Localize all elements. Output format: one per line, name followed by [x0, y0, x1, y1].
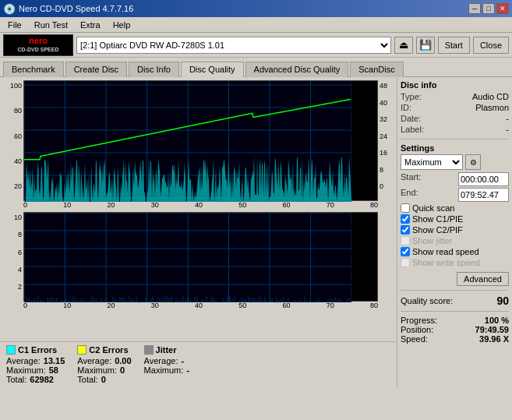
position-val: 79:49.59 — [475, 325, 509, 334]
jitter-group: Jitter Average: - Maximum: - — [144, 345, 189, 384]
menu-help[interactable]: Help — [108, 19, 136, 31]
close-window-button[interactable]: ✕ — [496, 3, 509, 14]
end-input[interactable] — [458, 188, 509, 202]
tab-create-disc[interactable]: Create Disc — [65, 62, 127, 77]
disc-info-section: Disc info Type: Audio CD ID: Plasmon Dat… — [401, 80, 509, 135]
jitter-max-val: - — [186, 365, 189, 375]
position-row: Position: 79:49.59 — [401, 325, 509, 334]
c2-avg-val: 0.00 — [115, 356, 131, 365]
divider-1 — [401, 139, 509, 139]
settings-title: Settings — [401, 143, 509, 153]
start-button[interactable]: Start — [438, 37, 470, 54]
progress-val: 100 % — [485, 316, 509, 325]
show-jitter-checkbox[interactable] — [401, 236, 410, 245]
c2-legend-box — [77, 345, 87, 355]
divider-2 — [401, 290, 509, 291]
menu-extra[interactable]: Extra — [76, 19, 105, 31]
end-row: End: — [401, 187, 509, 203]
show-c1pie-checkbox[interactable] — [401, 214, 410, 224]
show-c2pif-label: Show C2/PIF — [412, 225, 463, 235]
disc-type-val: Audio CD — [472, 92, 509, 101]
show-c1pie-label: Show C1/PIE — [412, 214, 463, 224]
progress-row: Progress: 100 % — [401, 316, 509, 325]
chart-area: 100 80 60 40 20 48 40 32 24 16 8 — [0, 77, 397, 341]
bottom-chart-canvas — [24, 213, 351, 302]
settings-icon-btn[interactable]: ⚙ — [465, 154, 481, 170]
y-right-24: 24 — [380, 132, 387, 140]
y-right-48: 48 — [380, 82, 387, 90]
speed-val: 39.96 X — [479, 334, 509, 344]
show-jitter-label: Show jitter — [412, 236, 452, 245]
tab-disc-quality[interactable]: Disc Quality — [181, 62, 244, 77]
disc-label-row: Label: - — [401, 124, 509, 135]
y-right-32: 32 — [380, 115, 387, 123]
y-right-40: 40 — [380, 99, 387, 107]
y-top-100: 100 — [10, 82, 22, 90]
c1-total-label: Total: — [6, 375, 26, 384]
y-top-20: 20 — [14, 182, 22, 190]
progress-label: Progress: — [401, 316, 437, 325]
c2-avg-label: Average: — [77, 356, 111, 365]
menubar: File Run Test Extra Help — [0, 17, 512, 33]
menu-run-test[interactable]: Run Test — [30, 19, 72, 31]
disc-date-label: Date: — [401, 114, 421, 123]
y-top-40: 40 — [14, 157, 22, 165]
c1-max-label: Maximum: — [6, 365, 46, 375]
eject-button[interactable]: ⏏ — [394, 37, 413, 54]
tab-benchmark[interactable]: Benchmark — [3, 62, 64, 77]
show-write-speed-row: Show write speed — [401, 257, 509, 268]
titlebar-left: 💿 Nero CD-DVD Speed 4.7.7.16 — [3, 3, 133, 15]
tabs: Benchmark Create Disc Disc Info Disc Qua… — [0, 58, 512, 77]
disc-label-val: - — [506, 125, 509, 134]
quick-scan-row: Quick scan — [401, 203, 509, 214]
disc-id-row: ID: Plasmon — [401, 102, 509, 113]
show-c1pie-row: Show C1/PIE — [401, 214, 509, 224]
c2-total-label: Total: — [77, 375, 97, 384]
main-content: 100 80 60 40 20 48 40 32 24 16 8 — [0, 77, 512, 387]
c1-errors-group: C1 Errors Average: 13.15 Maximum: 58 Tot… — [6, 345, 65, 384]
settings-section: Settings Maximum ⚙ Start: End: Quick sca… — [401, 143, 509, 286]
disc-type-row: Type: Audio CD — [401, 91, 509, 102]
show-read-speed-checkbox[interactable] — [401, 247, 410, 256]
c2-total-val: 0 — [101, 375, 106, 384]
advanced-button[interactable]: Advanced — [457, 272, 509, 286]
tab-advanced-disc-quality[interactable]: Advanced Disc Quality — [245, 62, 349, 77]
position-label: Position: — [401, 325, 433, 334]
disc-date-val: - — [506, 114, 509, 123]
y-bot-4: 4 — [18, 266, 22, 274]
start-input[interactable] — [458, 172, 509, 186]
disc-type-label: Type: — [401, 92, 422, 101]
maximize-button[interactable]: □ — [482, 3, 495, 14]
show-c2pif-row: Show C2/PIF — [401, 224, 509, 235]
c1-total-val: 62982 — [30, 375, 54, 384]
tab-disc-info[interactable]: Disc Info — [129, 62, 179, 77]
titlebar: 💿 Nero CD-DVD Speed 4.7.7.16 ─ □ ✕ — [0, 0, 512, 17]
quality-score-label: Quality score: — [401, 296, 453, 305]
jitter-legend-box — [144, 345, 154, 355]
jitter-label: Jitter — [156, 345, 177, 355]
jitter-max-label: Maximum: — [144, 365, 184, 375]
speed-row: Maximum ⚙ — [401, 154, 509, 170]
disc-date-row: Date: - — [401, 113, 509, 124]
app-icon: 💿 — [3, 3, 16, 15]
speed-label: Speed: — [401, 334, 428, 344]
disc-id-val: Plasmon — [475, 103, 509, 112]
c1-label: C1 Errors — [18, 345, 57, 355]
y-top-80: 80 — [14, 107, 22, 115]
minimize-button[interactable]: ─ — [468, 3, 481, 14]
show-write-speed-label: Show write speed — [412, 258, 480, 267]
nero-logo: nero CD-DVD SPEED — [3, 34, 73, 56]
show-write-speed-checkbox[interactable] — [401, 258, 410, 267]
quality-row: Quality score: 90 — [401, 295, 509, 307]
menu-file[interactable]: File — [3, 19, 26, 31]
save-button[interactable]: 💾 — [416, 37, 435, 54]
show-c2pif-checkbox[interactable] — [401, 225, 410, 235]
quick-scan-checkbox[interactable] — [401, 203, 410, 213]
tab-scan-disc[interactable]: ScanDisc — [350, 62, 403, 77]
close-button[interactable]: Close — [473, 37, 509, 54]
titlebar-controls[interactable]: ─ □ ✕ — [468, 3, 509, 14]
drive-select[interactable]: [2:1] Optiarc DVD RW AD-7280S 1.01 — [76, 37, 391, 54]
speed-select[interactable]: Maximum — [401, 154, 463, 170]
stats-bar: C1 Errors Average: 13.15 Maximum: 58 Tot… — [0, 341, 397, 387]
c2-max-val: 0 — [120, 365, 125, 375]
